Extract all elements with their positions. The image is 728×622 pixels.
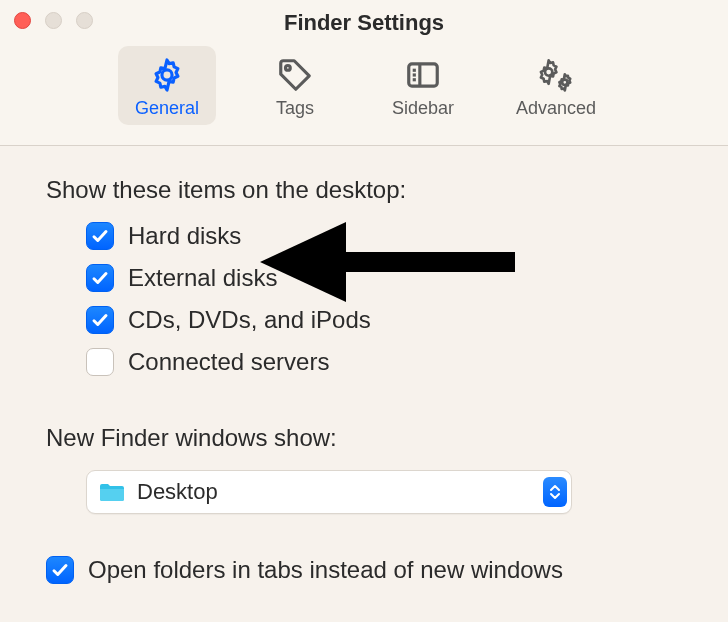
checkbox-label: CDs, DVDs, and iPods [128,306,371,334]
tab-label: General [135,98,199,119]
tab-general[interactable]: General [118,46,216,125]
checkbox-icon [46,556,74,584]
window-title: Finder Settings [0,10,728,36]
sidebar-icon [404,54,442,96]
general-pane: Show these items on the desktop: Hard di… [0,146,728,584]
checkbox-label: Hard disks [128,222,241,250]
checkbox-external-disks[interactable]: External disks [86,264,682,292]
svg-point-0 [162,70,172,80]
svg-point-7 [545,68,552,75]
checkbox-hard-disks[interactable]: Hard disks [86,222,682,250]
tab-label: Sidebar [392,98,454,119]
tab-sidebar[interactable]: Sidebar [374,46,472,125]
checkbox-label: Open folders in tabs instead of new wind… [88,556,563,584]
tab-label: Advanced [516,98,596,119]
checkbox-icon [86,264,114,292]
tab-tags[interactable]: Tags [246,46,344,125]
checkbox-label: External disks [128,264,277,292]
checkbox-open-in-tabs[interactable]: Open folders in tabs instead of new wind… [46,556,682,584]
dropdown-value: Desktop [137,479,543,505]
desktop-folder-icon [97,477,127,507]
tab-label: Tags [276,98,314,119]
checkbox-label: Connected servers [128,348,329,376]
checkbox-icon [86,306,114,334]
checkbox-icon [86,222,114,250]
checkbox-cds-dvds-ipods[interactable]: CDs, DVDs, and iPods [86,306,682,334]
checkbox-icon [86,348,114,376]
tag-icon [276,54,314,96]
new-finder-heading: New Finder windows show: [46,424,682,452]
dropdown-stepper-icon [543,477,567,507]
gears-icon [534,54,578,96]
gear-icon [148,54,186,96]
settings-toolbar: General Tags Sidebar [0,46,728,125]
tab-advanced[interactable]: Advanced [502,46,610,125]
title-bar: Finder Settings General Tags [0,0,728,146]
new-finder-dropdown[interactable]: Desktop [86,470,572,514]
desktop-items-heading: Show these items on the desktop: [46,176,682,204]
svg-point-1 [285,66,290,71]
checkbox-connected-servers[interactable]: Connected servers [86,348,682,376]
